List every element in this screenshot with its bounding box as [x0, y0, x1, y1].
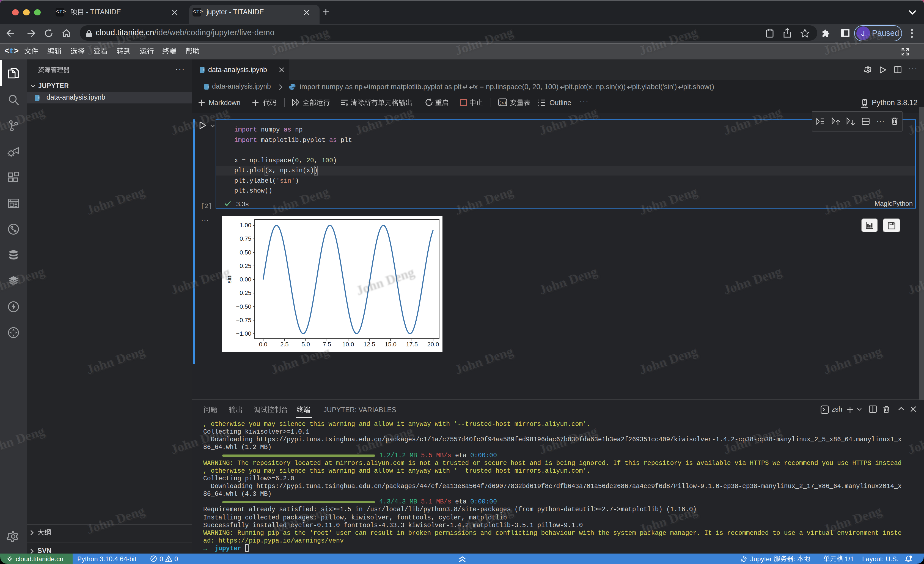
svg-text:0.0: 0.0	[259, 341, 268, 347]
svg-text:−0.25: −0.25	[236, 289, 251, 296]
svg-text:0.50: 0.50	[240, 249, 251, 256]
svg-text:−1.00: −1.00	[236, 330, 251, 337]
svg-text:20.0: 20.0	[428, 341, 439, 347]
svg-text:2.5: 2.5	[280, 341, 289, 347]
svg-text:1.00: 1.00	[240, 221, 251, 229]
svg-text:7.5: 7.5	[323, 341, 332, 347]
svg-text:5.0: 5.0	[302, 341, 310, 347]
svg-text:15.0: 15.0	[385, 341, 396, 347]
svg-text:0.75: 0.75	[240, 235, 251, 242]
svg-text:0.25: 0.25	[240, 262, 251, 269]
svg-text:12.5: 12.5	[363, 341, 375, 347]
svg-text:−0.75: −0.75	[236, 316, 251, 323]
svg-text:sin: sin	[226, 275, 232, 283]
svg-text:(x): (x)	[499, 101, 506, 105]
svg-text:0.00: 0.00	[240, 276, 251, 283]
svg-text:10.0: 10.0	[342, 341, 354, 347]
svg-text:17.5: 17.5	[406, 341, 418, 347]
svg-text:−0.50: −0.50	[236, 303, 251, 310]
